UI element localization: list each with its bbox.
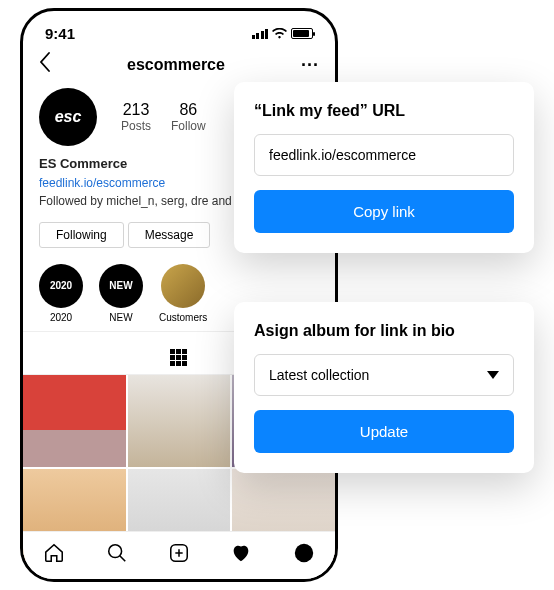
signal-icon — [252, 28, 269, 39]
search-icon[interactable] — [106, 542, 128, 569]
back-icon[interactable] — [39, 52, 51, 78]
battery-icon — [291, 28, 313, 39]
svg-point-0 — [108, 545, 121, 558]
status-bar: 9:41 — [23, 11, 335, 48]
chevron-down-icon — [487, 371, 499, 379]
copy-link-card: “Link my feed” URL feedlink.io/escommerc… — [234, 82, 534, 253]
stat-followers[interactable]: 86 Follow — [171, 101, 206, 133]
highlight-item[interactable]: 2020 2020 — [39, 264, 83, 323]
stat-posts[interactable]: 213 Posts — [121, 101, 151, 133]
svg-line-1 — [119, 556, 125, 562]
tab-grid[interactable] — [127, 332, 231, 374]
feed-thumbnail[interactable] — [128, 375, 231, 467]
clock: 9:41 — [45, 25, 75, 42]
message-button[interactable]: Message — [128, 222, 211, 248]
grid-icon — [170, 349, 187, 366]
add-post-icon[interactable] — [168, 542, 190, 569]
status-icons — [252, 28, 314, 39]
heart-icon[interactable] — [230, 542, 252, 569]
home-icon[interactable] — [43, 542, 65, 569]
profile-icon[interactable] — [293, 542, 315, 569]
update-button[interactable]: Update — [254, 410, 514, 453]
following-button[interactable]: Following — [39, 222, 124, 248]
card-title: “Link my feed” URL — [254, 102, 514, 120]
feed-thumbnail[interactable] — [23, 375, 126, 467]
url-input[interactable]: feedlink.io/escommerce — [254, 134, 514, 176]
card-title: Asign album for link in bio — [254, 322, 514, 340]
highlight-item[interactable]: NEW NEW — [99, 264, 143, 323]
profile-navbar: escommerce ··· — [23, 48, 335, 86]
wifi-icon — [272, 28, 287, 39]
copy-link-button[interactable]: Copy link — [254, 190, 514, 233]
assign-album-card: Asign album for link in bio Latest colle… — [234, 302, 534, 473]
profile-avatar[interactable]: esc — [39, 88, 97, 146]
highlight-item[interactable]: Customers — [159, 264, 207, 323]
bottom-nav — [23, 531, 335, 579]
profile-title: escommerce — [127, 56, 225, 74]
more-icon[interactable]: ··· — [301, 55, 319, 76]
album-select[interactable]: Latest collection — [254, 354, 514, 396]
svg-point-5 — [295, 544, 313, 562]
